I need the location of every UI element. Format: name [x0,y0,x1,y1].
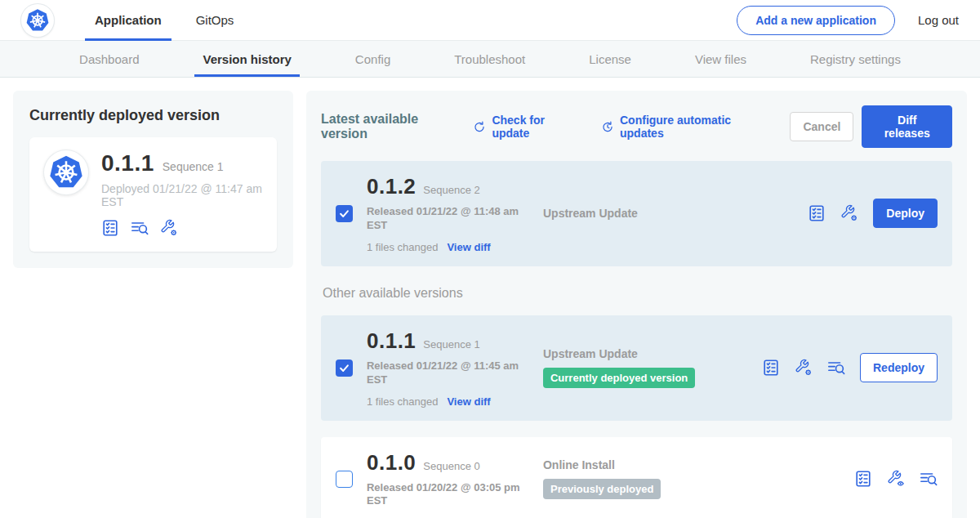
currently-deployed-panel: Currently deployed version 0.1.1 Sequenc… [13,91,293,268]
previously-deployed-badge: Previously deployed [543,479,661,499]
edit-config-wrench-gear-icon[interactable] [160,219,178,237]
subnav-tab-version-history[interactable]: Version history [198,41,296,77]
latest-available-title: Latest available version [321,112,460,141]
files-changed: 1 files changed [367,395,438,408]
tab-application[interactable]: Application [85,0,172,41]
row-icons [854,470,938,488]
subnav-tab-troubleshoot[interactable]: Troubleshoot [449,41,530,77]
configure-automatic-updates-label: Configure automatic updates [620,114,768,140]
files-changed: 1 files changed [367,241,438,253]
other-versions-label: Other available versions [323,286,951,301]
currently-deployed-title: Currently deployed version [29,107,277,124]
configure-automatic-updates-link[interactable]: Configure automatic updates [601,114,768,140]
subnav-tab-view-files[interactable]: View files [690,41,751,77]
subnav-tab-config[interactable]: Config [350,41,395,77]
subnav-tab-dashboard[interactable]: Dashboard [74,41,144,77]
cancel-button[interactable]: Cancel [790,112,853,141]
top-nav: Application GitOps Add a new application… [0,0,980,41]
row-icons [808,204,858,222]
version-sequence: Sequence 1 [423,338,479,351]
subnav-tab-license-label: License [589,52,631,66]
auto-update-clock-icon [601,120,614,134]
subnav-tab-license[interactable]: License [584,41,636,77]
kubernetes-logo [21,4,54,37]
preflight-checklist-icon[interactable] [808,204,826,222]
deployed-sequence: Sequence 1 [163,160,224,173]
view-config-wrench-eye-icon[interactable] [887,470,905,488]
app-sub-nav: Dashboard Version history Config Trouble… [0,41,980,78]
version-sequence: Sequence 2 [423,184,479,196]
checkmark-icon [338,208,350,220]
version-source: Upstream Update Currently deployed versi… [543,347,762,388]
main-content: Currently deployed version 0.1.1 Sequenc… [0,78,980,518]
preflight-checklist-icon[interactable] [762,359,780,377]
check-for-update-link[interactable]: Check for update [473,114,580,140]
kubernetes-helm-icon [48,154,84,190]
version-row-0-1-2: 0.1.2 Sequence 2 Released 01/21/22 @ 11:… [321,161,952,266]
version-info: 0.1.1 Sequence 1 Released 01/21/22 @ 11:… [367,328,540,408]
subnav-tab-registry-settings[interactable]: Registry settings [805,41,906,77]
released-timestamp: Released 01/21/22 @ 11:45 am EST [367,359,523,387]
deployed-version-card: 0.1.1 Sequence 1 Deployed 01/21/22 @ 11:… [29,137,277,252]
version-number: 0.1.0 [367,450,416,476]
version-row-0-1-1: 0.1.1 Sequence 1 Released 01/21/22 @ 11:… [321,315,952,421]
deploy-logs-icon[interactable] [131,219,149,237]
diff-releases-button[interactable]: Diff releases [862,105,952,148]
deployed-version-number: 0.1.1 [101,150,154,176]
subnav-tab-troubleshoot-label: Troubleshoot [454,52,525,66]
redeploy-button[interactable]: Redeploy [860,353,938,382]
version-sequence: Sequence 0 [423,460,479,472]
version-number: 0.1.2 [367,174,416,199]
deploy-button[interactable]: Deploy [873,199,938,228]
kubernetes-helm-icon [25,8,50,33]
version-row-0-1-0: 0.1.0 Sequence 0 Released 01/20/22 @ 03:… [321,437,952,518]
source-label: Online Install [543,458,762,471]
version-info: 0.1.2 Sequence 2 Released 01/21/22 @ 11:… [367,174,540,253]
preflight-checklist-icon[interactable] [101,219,119,237]
subnav-tab-registry-settings-label: Registry settings [810,52,901,66]
refresh-icon [473,120,486,134]
version-number: 0.1.1 [367,328,416,354]
version-source: Online Install Previously deployed [543,458,762,499]
subnav-tab-config-label: Config [355,52,390,66]
deployed-timestamp: Deployed 01/21/22 @ 11:47 am EST [101,182,262,208]
check-for-update-label: Check for update [492,114,580,140]
checkmark-icon [338,362,350,374]
updates-header: Latest available version Check for updat… [321,105,952,148]
released-timestamp: Released 01/21/22 @ 11:48 am EST [367,205,523,233]
subnav-tab-view-files-label: View files [695,52,746,66]
deploy-logs-icon[interactable] [920,470,938,488]
deploy-logs-icon[interactable] [827,359,845,377]
source-label: Upstream Update [543,347,762,360]
tab-application-label: Application [95,13,162,27]
app-logo [44,150,88,194]
deployed-version-info: 0.1.1 Sequence 1 Deployed 01/21/22 @ 11:… [101,150,262,237]
version-checkbox[interactable] [336,205,353,222]
tab-gitops-label: GitOps [196,13,234,27]
edit-config-wrench-gear-icon[interactable] [840,204,858,222]
subnav-tab-dashboard-label: Dashboard [79,52,139,66]
version-info: 0.1.0 Sequence 0 Released 01/20/22 @ 03:… [367,450,540,509]
view-diff-link[interactable]: View diff [447,241,490,253]
version-checkbox[interactable] [336,359,353,377]
preflight-checklist-icon[interactable] [854,470,872,488]
edit-config-wrench-gear-icon[interactable] [795,359,813,377]
version-checkbox[interactable] [336,471,353,488]
available-versions-panel: Latest available version Check for updat… [306,91,967,518]
currently-deployed-badge: Currently deployed version [543,368,695,388]
subnav-tab-version-history-label: Version history [203,52,291,66]
source-label: Upstream Update [543,207,762,220]
view-diff-link[interactable]: View diff [447,395,490,408]
tab-gitops[interactable]: GitOps [186,0,244,41]
version-source: Upstream Update [543,207,762,220]
released-timestamp: Released 01/20/22 @ 03:05 pm EST [367,481,523,509]
add-new-application-button[interactable]: Add a new application [737,6,895,35]
logout-link[interactable]: Log out [918,13,959,27]
row-icons [762,359,845,377]
